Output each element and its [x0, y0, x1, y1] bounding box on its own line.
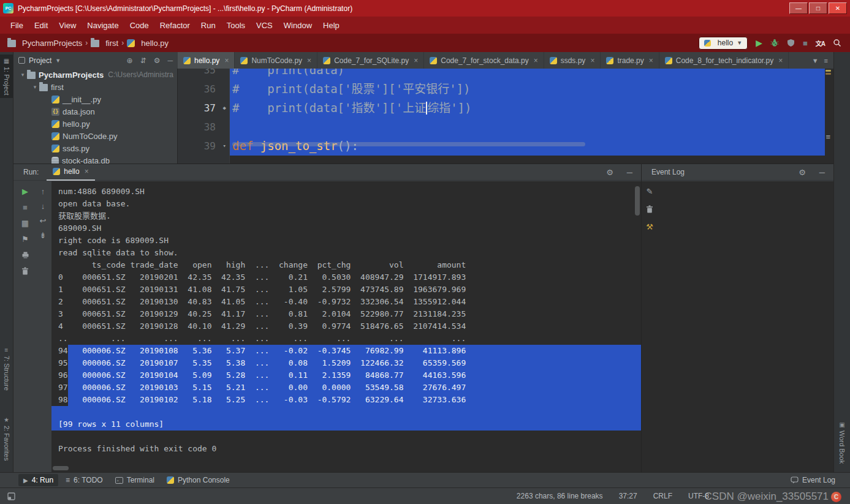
menu-item-edit[interactable]: Edit — [29, 18, 53, 32]
clear-all-icon[interactable] — [21, 267, 29, 275]
hide-panel-icon[interactable]: ─ — [627, 168, 632, 177]
sidebar-item-project[interactable]: ▦ 1: Project — [0, 55, 13, 98]
menu-item-run[interactable]: Run — [195, 18, 221, 32]
toolwindow-todo-button[interactable]: ≡ 6: TODO — [61, 474, 108, 486]
breadcrumb-item[interactable]: hello.py — [127, 39, 169, 48]
line-ending-indicator[interactable]: CRLF — [653, 492, 672, 500]
gear-icon[interactable]: ⚙ — [606, 168, 613, 177]
scroll-to-end-icon[interactable]: ⇟ — [40, 231, 47, 239]
python-file-icon — [183, 57, 191, 64]
tab-close-icon[interactable]: × — [85, 167, 89, 176]
up-stack-icon[interactable]: ↑ — [41, 187, 45, 195]
inspections-widget-icon[interactable]: ≡ — [825, 132, 830, 141]
tree-expand-icon[interactable]: ▾ — [31, 84, 39, 90]
menu-item-vcs[interactable]: VCS — [251, 18, 278, 32]
editor-tab[interactable]: NumToCode.py× — [235, 52, 317, 69]
tree-item[interactable]: {}data.json — [13, 105, 177, 118]
console-vertical-scrollbar[interactable] — [635, 186, 640, 216]
gear-icon[interactable]: ⚙ — [799, 168, 806, 177]
menu-item-help[interactable]: Help — [317, 18, 345, 32]
breadcrumb-item[interactable]: PycharmProjects — [7, 39, 82, 48]
run-console-output[interactable]: num:4886 689009.SHopen data base.获取股票数据.… — [51, 181, 641, 472]
clear-log-icon[interactable] — [646, 205, 653, 213]
stop-icon[interactable]: ■ — [23, 203, 28, 211]
menu-item-window[interactable]: Window — [278, 18, 317, 32]
toggle-tool-windows-icon[interactable] — [7, 492, 15, 500]
breadcrumb-item[interactable]: first — [91, 39, 118, 48]
minimize-button[interactable]: — — [789, 2, 808, 14]
editor-tab[interactable]: hello.py× — [178, 52, 235, 69]
close-button[interactable]: ✕ — [829, 2, 847, 14]
chevron-down-icon[interactable]: ▼ — [812, 57, 819, 64]
hide-panel-icon[interactable]: ─ — [167, 56, 173, 65]
caret-position[interactable]: 37:27 — [619, 492, 637, 500]
soft-wrap-icon[interactable]: ↩ — [40, 217, 47, 225]
menu-item-refactor[interactable]: Refactor — [154, 18, 195, 32]
editor-horizontal-scrollbar[interactable] — [232, 142, 585, 146]
tab-close-icon[interactable]: × — [307, 56, 311, 65]
translate-icon[interactable]: 文A — [816, 39, 825, 48]
editor-menu-icon[interactable]: ≡ — [824, 57, 828, 64]
pin-icon[interactable]: ⚑ — [21, 235, 29, 243]
locate-file-icon[interactable]: ⊕ — [127, 56, 133, 65]
bookmark-icon[interactable]: ◆ — [223, 99, 226, 118]
project-panel-title[interactable]: Project — [29, 56, 51, 65]
down-stack-icon[interactable]: ↓ — [41, 202, 45, 210]
warning-stripe-mark[interactable] — [825, 73, 831, 75]
tree-item[interactable]: hello.py — [13, 118, 177, 130]
tab-close-icon[interactable]: × — [778, 56, 783, 65]
sidebar-item-word-book[interactable]: ▣ Word Book — [834, 418, 850, 467]
editor-tab[interactable]: trade.py× — [601, 52, 659, 69]
run-tab-hello[interactable]: hello × — [47, 164, 94, 181]
maximize-button[interactable]: □ — [809, 2, 827, 14]
stop-button[interactable]: ■ — [803, 39, 808, 47]
menu-item-file[interactable]: File — [5, 18, 29, 32]
tab-close-icon[interactable]: × — [224, 56, 229, 65]
tree-item[interactable]: ▾first — [13, 81, 177, 93]
settings-wrench-icon[interactable]: ⚒ — [646, 223, 653, 231]
menu-item-view[interactable]: View — [53, 18, 82, 32]
tree-expand-icon[interactable]: ▾ — [18, 72, 27, 78]
chevron-down-icon[interactable]: ▼ — [55, 58, 61, 64]
editor-tab[interactable]: Code_7_for_SQLite.py× — [317, 52, 424, 69]
tree-item[interactable]: stock-data.db — [13, 154, 177, 164]
toolwindow-terminal-button[interactable]: >_ Terminal — [110, 474, 159, 486]
fold-icon[interactable]: ▾ — [223, 137, 226, 156]
menu-item-navigate[interactable]: Navigate — [82, 18, 124, 32]
tree-item[interactable]: NumToCode.py — [13, 130, 177, 142]
gear-icon[interactable]: ⚙ — [154, 56, 161, 65]
tree-item[interactable]: ▾PycharmProjectsC:\Users\Administra — [13, 69, 177, 81]
warning-stripe-mark[interactable] — [825, 70, 831, 72]
search-everywhere-button[interactable] — [833, 39, 841, 47]
tab-close-icon[interactable]: × — [649, 56, 653, 65]
tree-item[interactable]: ssds.py — [13, 142, 177, 154]
restore-layout-icon[interactable]: ▦ — [21, 219, 29, 227]
sidebar-item-structure[interactable]: ≡ 7: Structure — [0, 344, 13, 394]
tab-close-icon[interactable]: × — [414, 56, 418, 65]
hide-panel-icon[interactable]: ─ — [819, 168, 825, 177]
collapse-all-icon[interactable]: ⇵ — [140, 56, 146, 65]
console-horizontal-scrollbar[interactable] — [53, 466, 69, 470]
code-editor[interactable]: 353637◆3839▾ # print(data)# print(data['… — [178, 69, 833, 164]
editor-tab-bar: hello.py×NumToCode.py×Code_7_for_SQLite.… — [178, 52, 833, 69]
coverage-button[interactable] — [787, 39, 795, 47]
debug-button[interactable] — [770, 39, 779, 47]
sidebar-item-favorites[interactable]: ★ 2: Favorites — [0, 413, 13, 464]
toolwindow-python-console-button[interactable]: Python Console — [162, 474, 235, 486]
print-icon[interactable] — [21, 251, 29, 259]
rerun-icon[interactable]: ▶ — [22, 187, 28, 195]
toolwindow-run-button[interactable]: ▶ 4: Run — [18, 474, 58, 486]
editor-code-area[interactable]: # print(data)# print(data['股票']['平安银行'])… — [230, 69, 833, 164]
editor-tab[interactable]: Code_8_for_tech_indicator.py× — [659, 52, 789, 69]
mark-read-icon[interactable]: ✎ — [647, 187, 653, 195]
toolwindow-event-log-button[interactable]: Event Log — [786, 474, 840, 486]
editor-tab[interactable]: Code_7_for_stock_data.py× — [424, 52, 544, 69]
tree-item[interactable]: __init__.py — [13, 93, 177, 105]
editor-tab[interactable]: ssds.py× — [544, 52, 601, 69]
run-button[interactable]: ▶ — [756, 39, 762, 47]
tab-close-icon[interactable]: × — [534, 56, 538, 65]
menu-item-code[interactable]: Code — [124, 18, 154, 32]
tab-close-icon[interactable]: × — [590, 56, 594, 65]
menu-item-tools[interactable]: Tools — [221, 18, 251, 32]
run-configuration-selector[interactable]: hello ▼ — [699, 37, 748, 50]
